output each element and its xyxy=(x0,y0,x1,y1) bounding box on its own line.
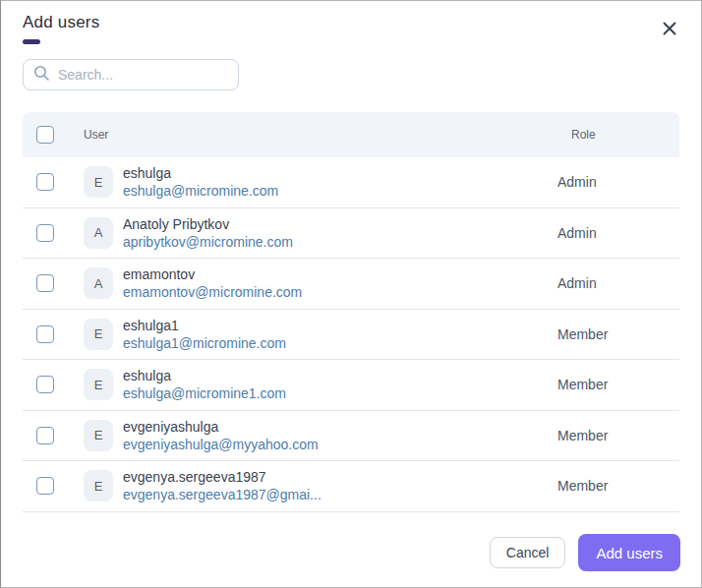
row-checkbox[interactable] xyxy=(36,224,54,242)
user-name: eshulga xyxy=(123,367,557,384)
avatar-cell: E xyxy=(84,470,123,501)
row-checkbox-cell xyxy=(23,325,84,343)
avatar: E xyxy=(84,470,113,501)
modal-header: Add users xyxy=(1,1,701,44)
user-email: eshulga@micromine1.com xyxy=(123,384,557,402)
avatar-cell: E xyxy=(84,166,123,198)
user-name: Anatoly Pribytkov xyxy=(123,215,557,233)
row-checkbox-cell xyxy=(23,173,84,191)
user-email: evgeniyashulga@myyahoo.com xyxy=(123,436,557,453)
row-checkbox-cell xyxy=(23,376,84,393)
user-info: evgeniyashulga evgeniyashulga@myyahoo.co… xyxy=(123,418,557,453)
user-email: apribytkov@micromine.com xyxy=(123,233,557,251)
avatar: E xyxy=(84,369,113,400)
search-icon xyxy=(33,65,50,86)
avatar-cell: A xyxy=(84,267,123,299)
column-header-role: Role xyxy=(557,128,679,142)
close-icon xyxy=(663,22,676,35)
column-header-user: User xyxy=(84,128,557,142)
avatar-cell: E xyxy=(84,369,123,400)
row-checkbox[interactable] xyxy=(36,274,54,292)
avatar: A xyxy=(84,217,113,249)
user-role: Member xyxy=(557,478,679,494)
search-area xyxy=(1,44,701,90)
avatar-cell: E xyxy=(84,319,123,350)
user-name: evgenya.sergeeva1987 xyxy=(123,468,557,486)
search-box[interactable] xyxy=(23,59,239,90)
user-email: eshulga1@micromine.com xyxy=(123,334,557,352)
user-name: evgeniyashulga xyxy=(123,418,557,436)
user-info: Anatoly Pribytkov apribytkov@micromine.c… xyxy=(123,215,557,251)
user-info: eshulga1 eshulga1@micromine.com xyxy=(123,317,557,352)
user-role: Admin xyxy=(557,275,679,291)
user-info: evgenya.sergeeva1987 evgenya.sergeeva198… xyxy=(123,468,557,503)
table-header: User Role xyxy=(23,112,679,157)
row-checkbox-cell xyxy=(23,274,84,292)
user-info: eshulga eshulga@micromine.com xyxy=(123,164,557,200)
avatar: A xyxy=(84,267,113,299)
row-checkbox[interactable] xyxy=(36,325,54,343)
avatar-cell: E xyxy=(84,420,123,451)
user-email: eshulga@micromine.com xyxy=(123,182,557,200)
row-checkbox-cell xyxy=(23,427,84,444)
table-row[interactable]: A emamontov emamontov@micromine.com Admi… xyxy=(23,259,679,310)
user-role: Member xyxy=(557,326,679,342)
user-role: Member xyxy=(557,428,679,443)
user-name: eshulga1 xyxy=(123,317,557,334)
add-users-modal: Add users User Role xyxy=(0,0,702,588)
close-button[interactable] xyxy=(656,15,683,42)
table-row[interactable]: E eshulga eshulga@micromine1.com Member xyxy=(23,360,679,411)
table-row[interactable]: E evgeniyashulga evgeniyashulga@myyahoo.… xyxy=(23,411,679,462)
select-all-cell xyxy=(23,126,84,144)
users-table: User Role E eshulga eshulga@micromine.co… xyxy=(23,112,679,512)
add-users-button[interactable]: Add users xyxy=(578,534,680,571)
avatar: E xyxy=(84,166,113,198)
user-info: emamontov emamontov@micromine.com xyxy=(123,265,557,301)
row-checkbox[interactable] xyxy=(36,477,54,495)
select-all-checkbox[interactable] xyxy=(36,126,54,144)
row-checkbox[interactable] xyxy=(36,173,54,191)
user-role: Admin xyxy=(557,174,679,190)
avatar: E xyxy=(84,420,113,451)
cancel-button[interactable]: Cancel xyxy=(490,537,566,568)
search-input[interactable] xyxy=(58,67,228,83)
row-checkbox[interactable] xyxy=(36,376,54,393)
row-checkbox[interactable] xyxy=(36,427,54,444)
table-row[interactable]: A Anatoly Pribytkov apribytkov@micromine… xyxy=(23,208,679,260)
user-email: emamontov@micromine.com xyxy=(123,283,557,301)
user-info: eshulga eshulga@micromine1.com xyxy=(123,367,557,402)
user-role: Admin xyxy=(557,225,679,241)
table-row[interactable]: E eshulga eshulga@micromine.com Admin xyxy=(23,157,679,208)
avatar: E xyxy=(84,319,113,350)
user-name: eshulga xyxy=(123,164,557,182)
user-list: E eshulga eshulga@micromine.com Admin A … xyxy=(23,157,679,512)
spacer xyxy=(1,512,701,529)
table-row[interactable]: E eshulga1 eshulga1@micromine.com Member xyxy=(23,310,679,361)
user-role: Member xyxy=(557,377,679,392)
row-checkbox-cell xyxy=(23,477,84,495)
page-title: Add users xyxy=(23,13,679,32)
user-name: emamontov xyxy=(123,265,557,283)
avatar-cell: A xyxy=(84,217,123,249)
user-email: evgenya.sergeeva1987@gmai... xyxy=(123,486,557,503)
modal-footer: Cancel Add users xyxy=(1,528,701,587)
row-checkbox-cell xyxy=(23,224,84,242)
table-row[interactable]: E evgenya.sergeeva1987 evgenya.sergeeva1… xyxy=(23,461,679,512)
